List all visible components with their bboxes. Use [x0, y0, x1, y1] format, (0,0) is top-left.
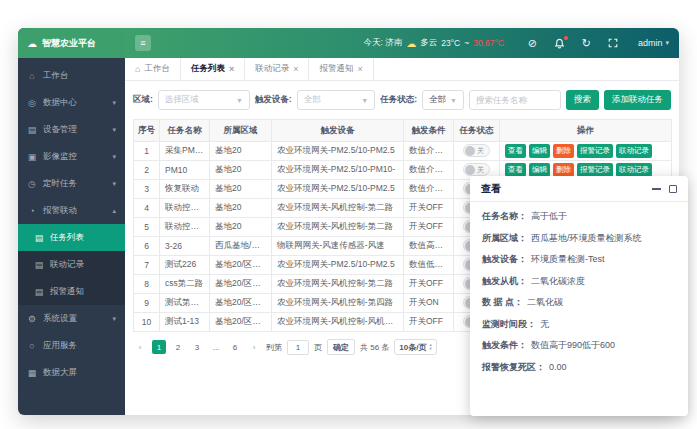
tab-0[interactable]: ⌂工作台: [125, 58, 181, 80]
cell-condition: 数值高于...: [404, 237, 454, 256]
sidebar-subitem-2[interactable]: ▤报警通知: [18, 278, 125, 305]
sidebar-item-6[interactable]: ⚙系统设置▾: [18, 305, 125, 332]
cell-region: 基地20: [210, 142, 272, 161]
app-service-icon: ○: [27, 341, 37, 351]
sidebar-item-1[interactable]: ◎数据中心▾: [18, 89, 125, 116]
goto-page-input[interactable]: [287, 340, 309, 355]
sidebar-item-8[interactable]: ▦数据大屏: [18, 359, 125, 386]
sidebar-item-2[interactable]: ▤设备管理▾: [18, 116, 125, 143]
user-menu[interactable]: admin ▾: [638, 38, 669, 48]
tab-3[interactable]: 报警通知×: [309, 58, 373, 80]
chevron-up-icon: ▴: [112, 207, 116, 215]
bell-icon[interactable]: [553, 37, 566, 50]
next-page-button[interactable]: ›: [247, 340, 261, 354]
sidebar-subitem-1[interactable]: ▤联动记录: [18, 251, 125, 278]
column-header: 触发设备: [272, 120, 404, 142]
chevron-down-icon: ▼: [361, 97, 368, 104]
cell-device: 农业环境网关-PM2.5/10-PM2.5: [272, 142, 404, 161]
refresh-icon[interactable]: ↻: [580, 37, 593, 50]
field-value: 二氧化碳: [527, 296, 563, 308]
close-icon[interactable]: ×: [357, 64, 362, 74]
status-select[interactable]: 全部 ▼: [422, 90, 464, 110]
chevron-down-icon: ▼: [236, 97, 243, 104]
dialog-header: 查看: [470, 176, 688, 202]
header-icons: ⊘ ↻: [526, 37, 620, 50]
dialog-field: 触发条件：数值高于990低于600: [482, 339, 676, 351]
action-1-button[interactable]: 编辑: [529, 144, 550, 158]
field-label: 所属区域：: [482, 232, 527, 244]
table-header-row: 序号任务名称所属区域触发设备触发条件任务状态操作: [134, 120, 672, 142]
device-icon: ▤: [27, 125, 37, 135]
sidebar-collapse-button[interactable]: ≡: [135, 35, 151, 51]
region-select[interactable]: 选择区域 ▼: [158, 90, 250, 110]
field-label: 任务名称：: [482, 210, 527, 222]
action-4-button[interactable]: 联动记录: [616, 163, 652, 177]
maximize-icon[interactable]: [669, 185, 677, 193]
cell-region: 基地20: [210, 218, 272, 237]
action-3-button[interactable]: 报警记录: [577, 163, 613, 177]
page-button-2[interactable]: 2: [171, 340, 185, 354]
tab-1[interactable]: 任务列表×: [181, 58, 245, 80]
dialog-field: 数 据 点：二氧化碳: [482, 296, 676, 308]
close-icon[interactable]: ×: [293, 64, 298, 74]
cell-condition: 开关OFF: [404, 275, 454, 294]
goto-confirm-button[interactable]: 确定: [327, 339, 355, 355]
minimize-icon[interactable]: [652, 188, 661, 190]
sidebar-item-label: 定时任务: [43, 178, 77, 190]
column-header: 序号: [134, 120, 160, 142]
device-label: 触发设备:: [255, 94, 292, 106]
tab-2[interactable]: 联动记录×: [245, 58, 309, 80]
home-icon: ⌂: [135, 64, 140, 74]
status-toggle[interactable]: 关: [463, 163, 490, 176]
action-4-button[interactable]: 联动记录: [616, 144, 652, 158]
sidebar-item-3[interactable]: ▣影像监控▾: [18, 143, 125, 170]
add-linkage-task-button[interactable]: 添加联动任务: [604, 90, 671, 110]
device-select[interactable]: 全部 ▼: [297, 90, 376, 110]
alarm-icon: ◔: [27, 206, 37, 216]
action-2-button[interactable]: 删除: [553, 163, 574, 177]
field-label: 触发从机：: [482, 275, 527, 287]
top-header: ≡ 今天: 济南 ☁ 多云 23°C ~ 30.67°C ⊘ ↻: [125, 28, 679, 58]
action-2-button[interactable]: 删除: [553, 144, 574, 158]
cell-device: 农业环境网关-风机控制-第二路: [272, 199, 404, 218]
search-input[interactable]: [469, 90, 561, 110]
action-1-button[interactable]: 编辑: [529, 163, 550, 177]
cell-device: 农业环境网关-风机控制-第二路: [272, 218, 404, 237]
sidebar-item-7[interactable]: ○应用服务: [18, 332, 125, 359]
cloud-icon: ☁: [27, 38, 37, 49]
app-logo: ☁ 智慧农业平台: [18, 28, 125, 58]
field-value: 西瓜基地/环境质量检测系统: [531, 232, 642, 244]
close-icon[interactable]: ×: [229, 64, 234, 74]
cell-name: 联动控制...: [160, 218, 210, 237]
page-button-1[interactable]: 1: [152, 340, 166, 354]
field-value: 数值高于990低于600: [531, 339, 615, 351]
cell-condition: 开关OFF: [404, 199, 454, 218]
camera-icon: ▣: [27, 152, 37, 162]
region-label: 区域:: [133, 94, 153, 106]
sidebar-item-4[interactable]: ◷定时任务▾: [18, 170, 125, 197]
chevron-down-icon: ▾: [112, 315, 116, 323]
page-button-3[interactable]: 3: [190, 340, 204, 354]
column-header: 所属区域: [210, 120, 272, 142]
action-0-button[interactable]: 查看: [505, 144, 526, 158]
sidebar-subitem-0[interactable]: ▤任务列表: [18, 224, 125, 251]
sidebar-subitem-label: 报警通知: [50, 286, 84, 298]
prev-page-button[interactable]: ‹: [133, 340, 147, 354]
page-button-6[interactable]: 6: [228, 340, 242, 354]
action-3-button[interactable]: 报警记录: [577, 144, 613, 158]
status-toggle[interactable]: 关: [463, 144, 490, 157]
action-0-button[interactable]: 查看: [505, 163, 526, 177]
workbench-icon: ⌂: [27, 71, 37, 81]
search-button[interactable]: 搜索: [566, 90, 599, 110]
lock-icon[interactable]: ⊘: [526, 37, 539, 50]
cell-no: 5: [134, 218, 160, 237]
sidebar-item-5[interactable]: ◔报警联动▴: [18, 197, 125, 224]
subitem-icon: ▤: [34, 233, 44, 243]
sidebar-item-0[interactable]: ⌂工作台: [18, 62, 125, 89]
cell-no: 2: [134, 161, 160, 180]
fullscreen-icon[interactable]: [607, 37, 620, 50]
field-value: 高于低于: [531, 210, 567, 222]
chevron-down-icon: ▼: [450, 97, 457, 104]
per-page-select[interactable]: 10条/页 ▴▾: [394, 339, 436, 355]
data-center-icon: ◎: [27, 98, 37, 108]
